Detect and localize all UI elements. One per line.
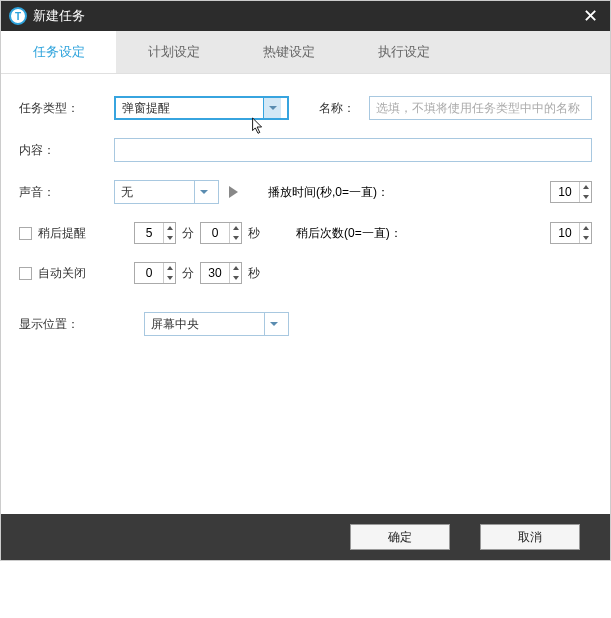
label-sound: 声音： bbox=[19, 184, 114, 201]
label-later-count: 稍后次数(0=一直)： bbox=[296, 225, 426, 242]
tab-spacer bbox=[461, 31, 610, 73]
checkbox-auto-close-wrap[interactable]: 自动关闭 bbox=[19, 265, 114, 282]
unit-sec: 秒 bbox=[248, 225, 260, 242]
dropdown-display-pos[interactable]: 屏幕中央 bbox=[144, 312, 289, 336]
spinner-close-sec[interactable]: 30 bbox=[200, 262, 242, 284]
spinner-later-sec-value: 0 bbox=[201, 226, 229, 240]
label-content: 内容： bbox=[19, 142, 114, 159]
label-name: 名称： bbox=[319, 100, 369, 117]
spinner-close-min-value: 0 bbox=[135, 266, 163, 280]
ok-button[interactable]: 确定 bbox=[350, 524, 450, 550]
tab-bar: 任务设定 计划设定 热键设定 执行设定 bbox=[1, 31, 610, 74]
spinner-play-time[interactable]: 10 bbox=[550, 181, 592, 203]
chevron-down-icon bbox=[269, 106, 277, 110]
spinner-play-time-value: 10 bbox=[551, 185, 579, 199]
checkbox-later-remind[interactable] bbox=[19, 227, 32, 240]
row-later-remind: 稍后提醒 5 分 0 秒 稍后次数(0=一直)： 10 bbox=[19, 222, 592, 244]
checkbox-auto-close[interactable] bbox=[19, 267, 32, 280]
unit-min: 分 bbox=[182, 225, 194, 242]
app-logo-icon: T bbox=[9, 7, 27, 25]
spinner-later-min-value: 5 bbox=[135, 226, 163, 240]
dropdown-display-pos-chevron[interactable] bbox=[264, 313, 282, 335]
row-task-type: 任务类型： 弹窗提醒 名称： 选填，不填将使用任务类型中中的名称 bbox=[19, 96, 592, 120]
play-icon[interactable] bbox=[229, 186, 238, 198]
dialog-footer: 确定 取消 bbox=[1, 514, 610, 560]
close-button[interactable]: ✕ bbox=[579, 7, 602, 25]
cancel-button[interactable]: 取消 bbox=[480, 524, 580, 550]
label-auto-close: 自动关闭 bbox=[38, 265, 86, 282]
spinner-close-min[interactable]: 0 bbox=[134, 262, 176, 284]
spinner-later-min[interactable]: 5 bbox=[134, 222, 176, 244]
row-display-pos: 显示位置： 屏幕中央 bbox=[19, 312, 592, 336]
row-content: 内容： bbox=[19, 138, 592, 162]
row-sound: 声音： 无 播放时间(秒,0=一直)： 10 bbox=[19, 180, 592, 204]
input-name-placeholder: 选填，不填将使用任务类型中中的名称 bbox=[376, 100, 580, 117]
dropdown-task-type-chevron[interactable] bbox=[263, 98, 281, 118]
spinner-close-sec-value: 30 bbox=[201, 266, 229, 280]
input-name[interactable]: 选填，不填将使用任务类型中中的名称 bbox=[369, 96, 592, 120]
chevron-down-icon bbox=[270, 322, 278, 326]
input-content[interactable] bbox=[114, 138, 592, 162]
dropdown-sound-value: 无 bbox=[121, 184, 133, 201]
checkbox-later-remind-wrap[interactable]: 稍后提醒 bbox=[19, 225, 114, 242]
spinner-later-sec[interactable]: 0 bbox=[200, 222, 242, 244]
form-body: 任务类型： 弹窗提醒 名称： 选填，不填将使用任务类型中中的名称 内容： bbox=[1, 74, 610, 514]
tab-exec-settings[interactable]: 执行设定 bbox=[346, 31, 461, 73]
dropdown-task-type-value: 弹窗提醒 bbox=[122, 100, 170, 117]
tab-hotkey-settings[interactable]: 热键设定 bbox=[231, 31, 346, 73]
title-bar: T 新建任务 ✕ bbox=[1, 1, 610, 31]
tab-task-settings[interactable]: 任务设定 bbox=[1, 31, 116, 73]
row-auto-close: 自动关闭 0 分 30 秒 bbox=[19, 262, 592, 284]
unit-sec-2: 秒 bbox=[248, 265, 260, 282]
spinner-play-time-buttons[interactable] bbox=[579, 182, 591, 202]
dropdown-display-pos-value: 屏幕中央 bbox=[151, 316, 199, 333]
dropdown-task-type[interactable]: 弹窗提醒 bbox=[114, 96, 289, 120]
dropdown-sound[interactable]: 无 bbox=[114, 180, 219, 204]
spinner-later-count[interactable]: 10 bbox=[550, 222, 592, 244]
tab-plan-settings[interactable]: 计划设定 bbox=[116, 31, 231, 73]
window-title: 新建任务 bbox=[33, 7, 85, 25]
label-task-type: 任务类型： bbox=[19, 100, 114, 117]
chevron-down-icon bbox=[200, 190, 208, 194]
label-play-time: 播放时间(秒,0=一直)： bbox=[268, 184, 418, 201]
spinner-later-count-value: 10 bbox=[551, 226, 579, 240]
title-bar-left: T 新建任务 bbox=[9, 7, 85, 25]
dialog-window: T 新建任务 ✕ 任务设定 计划设定 热键设定 执行设定 任务类型： 弹窗提醒 … bbox=[0, 0, 611, 561]
label-later-remind: 稍后提醒 bbox=[38, 225, 86, 242]
label-display-pos: 显示位置： bbox=[19, 316, 144, 333]
dropdown-sound-chevron[interactable] bbox=[194, 181, 212, 203]
unit-min-2: 分 bbox=[182, 265, 194, 282]
